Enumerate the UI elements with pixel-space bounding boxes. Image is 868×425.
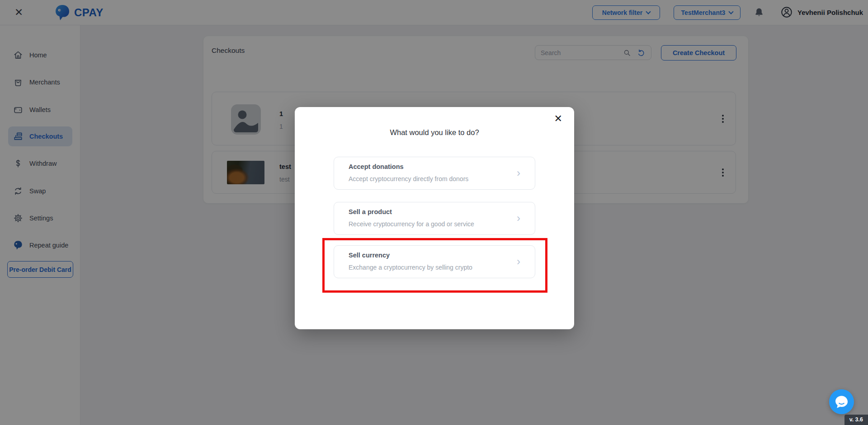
option-title: Sell a product bbox=[349, 208, 392, 215]
chevron-right-icon: › bbox=[517, 255, 520, 267]
option-description: Accept cryptocurrency directly from dono… bbox=[349, 175, 468, 182]
chat-bubble-icon bbox=[829, 389, 854, 414]
option-title: Sell currency bbox=[349, 252, 390, 259]
modal-close-icon[interactable]: ✕ bbox=[552, 112, 565, 126]
version-badge: v. 3.6 bbox=[844, 415, 868, 425]
option-sell-a-product[interactable]: Sell a product Receive cryptocurrency fo… bbox=[334, 202, 535, 235]
modal-title: What would you like to do? bbox=[295, 128, 574, 137]
option-sell-currency[interactable]: Sell currency Exchange a cryptocurrency … bbox=[334, 245, 535, 278]
option-accept-donations[interactable]: Accept donations Accept cryptocurrency d… bbox=[334, 157, 535, 190]
action-choice-modal: ✕ What would you like to do? Accept dona… bbox=[295, 107, 574, 329]
option-title: Accept donations bbox=[349, 163, 404, 170]
chevron-right-icon: › bbox=[517, 166, 520, 179]
chevron-right-icon: › bbox=[517, 211, 520, 224]
chat-support-button[interactable] bbox=[829, 389, 854, 414]
option-description: Receive cryptocurrency for a good or ser… bbox=[349, 220, 474, 228]
option-description: Exchange a cryptocurrency by selling cry… bbox=[349, 264, 472, 271]
